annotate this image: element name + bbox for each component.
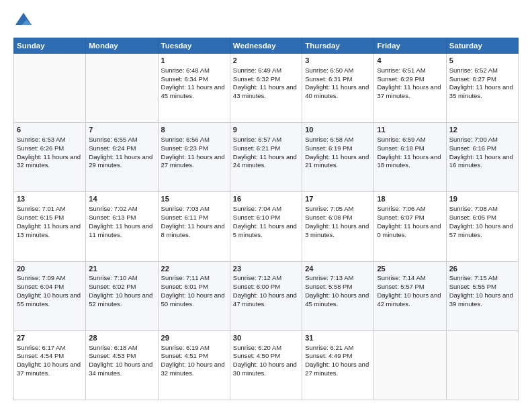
calendar-week-5: 27Sunrise: 6:17 AMSunset: 4:54 PMDayligh… [14,330,519,400]
sunset-text: Sunset: 6:32 PM [233,75,280,83]
calendar-cell: 16Sunrise: 7:04 AMSunset: 6:10 PMDayligh… [230,192,302,261]
calendar-week-3: 13Sunrise: 7:01 AMSunset: 6:15 PMDayligh… [14,192,519,261]
calendar-cell [86,54,158,123]
day-header-wednesday: Wednesday [230,38,302,54]
sunset-text: Sunset: 6:13 PM [89,214,136,221]
daylight-text: Daylight: 10 hours and 27 minutes. [305,361,369,377]
day-number: 16 [233,194,299,204]
calendar-cell: 9Sunrise: 6:57 AMSunset: 6:21 PMDaylight… [230,123,302,192]
daylight-text: Daylight: 11 hours and 32 minutes. [17,153,81,169]
calendar-cell: 5Sunrise: 6:52 AMSunset: 6:27 PMDaylight… [446,54,518,123]
day-number: 18 [377,194,443,204]
calendar-cell [446,330,518,400]
daylight-text: Daylight: 11 hours and 11 minutes. [89,222,152,238]
calendar-cell: 27Sunrise: 6:17 AMSunset: 4:54 PMDayligh… [14,330,86,400]
daylight-text: Daylight: 10 hours and 39 minutes. [449,291,513,308]
day-number: 17 [305,194,371,204]
logo [13,11,36,31]
day-header-sunday: Sunday [14,38,86,54]
daylight-text: Daylight: 11 hours and 24 minutes. [233,153,297,169]
sunrise-text: Sunrise: 6:48 AM [161,66,210,74]
calendar-cell: 22Sunrise: 7:11 AMSunset: 6:01 PMDayligh… [158,261,230,330]
daylight-text: Daylight: 10 hours and 47 minutes. [233,291,297,308]
daylight-text: Daylight: 10 hours and 45 minutes. [305,291,369,308]
day-number: 4 [377,56,443,66]
calendar-week-4: 20Sunrise: 7:09 AMSunset: 6:04 PMDayligh… [14,261,519,330]
day-number: 6 [17,125,83,135]
day-number: 10 [305,125,371,135]
logo-icon [13,11,34,31]
calendar-cell: 30Sunrise: 6:20 AMSunset: 4:50 PMDayligh… [230,330,302,400]
sunset-text: Sunset: 6:34 PM [161,75,208,83]
day-number: 25 [377,264,443,274]
calendar-cell: 12Sunrise: 7:00 AMSunset: 6:16 PMDayligh… [446,123,518,192]
sunset-text: Sunset: 6:16 PM [449,144,496,152]
day-number: 14 [89,194,154,204]
sunrise-text: Sunrise: 7:04 AM [233,205,281,212]
daylight-text: Daylight: 10 hours and 37 minutes. [17,361,81,377]
calendar-cell: 13Sunrise: 7:01 AMSunset: 6:15 PMDayligh… [14,192,86,261]
day-number: 1 [161,56,227,66]
day-number: 7 [89,125,154,135]
sunrise-text: Sunrise: 7:10 AM [89,274,137,281]
day-header-friday: Friday [374,38,446,54]
daylight-text: Daylight: 11 hours and 37 minutes. [377,83,441,99]
day-number: 5 [449,56,515,66]
sunset-text: Sunset: 4:54 PM [17,352,64,359]
day-number: 26 [449,264,515,274]
sunrise-text: Sunrise: 6:49 AM [233,66,281,74]
daylight-text: Daylight: 10 hours and 34 minutes. [89,361,152,377]
daylight-text: Daylight: 10 hours and 50 minutes. [161,291,225,308]
sunrise-text: Sunrise: 6:59 AM [377,136,425,143]
sunrise-text: Sunrise: 6:55 AM [89,136,137,143]
sunrise-text: Sunrise: 7:11 AM [161,274,210,281]
sunrise-text: Sunrise: 6:18 AM [89,344,137,351]
calendar-cell [374,330,446,400]
sunrise-text: Sunrise: 7:03 AM [161,205,210,212]
day-header-tuesday: Tuesday [158,38,230,54]
sunset-text: Sunset: 5:58 PM [305,283,352,290]
sunset-text: Sunset: 6:27 PM [449,75,496,83]
sunrise-text: Sunrise: 7:12 AM [233,274,281,281]
calendar-cell [14,54,86,123]
daylight-text: Daylight: 10 hours and 30 minutes. [233,361,297,377]
calendar-cell: 28Sunrise: 6:18 AMSunset: 4:53 PMDayligh… [86,330,158,400]
day-number: 23 [233,264,299,274]
daylight-text: Daylight: 10 hours and 55 minutes. [17,291,81,308]
daylight-text: Daylight: 10 hours and 57 minutes. [449,222,513,238]
calendar-cell: 11Sunrise: 6:59 AMSunset: 6:18 PMDayligh… [374,123,446,192]
calendar-cell: 10Sunrise: 6:58 AMSunset: 6:19 PMDayligh… [302,123,374,192]
sunset-text: Sunset: 6:08 PM [305,214,352,221]
sunset-text: Sunset: 6:19 PM [305,144,352,152]
sunrise-text: Sunrise: 6:57 AM [233,136,281,143]
page-header [13,11,519,31]
calendar-cell: 18Sunrise: 7:06 AMSunset: 6:07 PMDayligh… [374,192,446,261]
sunrise-text: Sunrise: 6:21 AM [305,344,353,351]
day-number: 3 [305,56,371,66]
calendar-cell: 20Sunrise: 7:09 AMSunset: 6:04 PMDayligh… [14,261,86,330]
calendar-cell: 24Sunrise: 7:13 AMSunset: 5:58 PMDayligh… [302,261,374,330]
sunrise-text: Sunrise: 7:01 AM [17,205,65,212]
sunset-text: Sunset: 6:18 PM [377,144,424,152]
day-number: 11 [377,125,443,135]
sunset-text: Sunset: 6:02 PM [89,283,136,290]
daylight-text: Daylight: 10 hours and 52 minutes. [89,291,152,308]
daylight-text: Daylight: 11 hours and 40 minutes. [305,83,369,99]
sunrise-text: Sunrise: 6:52 AM [449,66,498,74]
sunrise-text: Sunrise: 6:19 AM [161,344,210,351]
sunset-text: Sunset: 6:11 PM [161,214,208,221]
day-number: 22 [161,264,227,274]
sunset-text: Sunset: 6:04 PM [17,283,64,290]
sunrise-text: Sunrise: 6:50 AM [305,66,353,74]
daylight-text: Daylight: 10 hours and 42 minutes. [377,291,441,308]
daylight-text: Daylight: 11 hours and 21 minutes. [305,153,369,169]
sunrise-text: Sunrise: 7:15 AM [449,274,498,281]
calendar-week-1: 1Sunrise: 6:48 AMSunset: 6:34 PMDaylight… [14,54,519,123]
sunset-text: Sunset: 6:01 PM [161,283,208,290]
sunset-text: Sunset: 6:07 PM [377,214,424,221]
day-number: 31 [305,333,371,343]
day-number: 27 [17,333,83,343]
sunset-text: Sunset: 6:21 PM [233,144,280,152]
sunrise-text: Sunrise: 6:53 AM [17,136,65,143]
daylight-text: Daylight: 11 hours and 8 minutes. [161,222,225,238]
